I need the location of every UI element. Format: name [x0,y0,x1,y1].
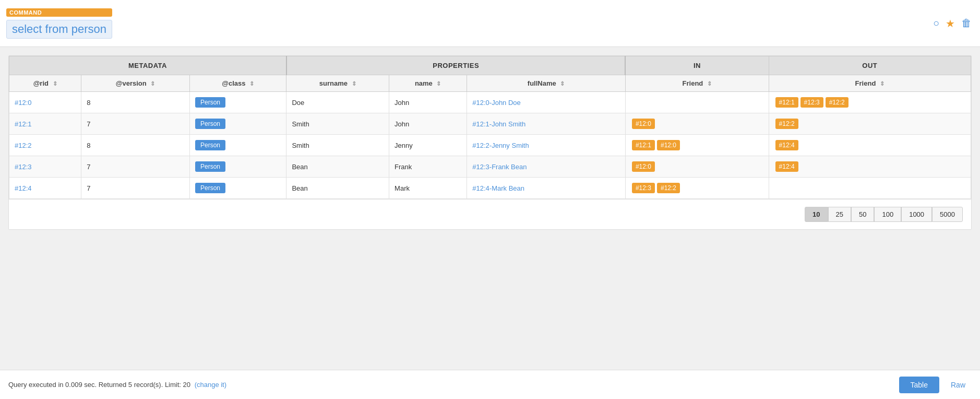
in-friends-cell [625,92,769,113]
table-row: #12:47PersonBeanMark#12:4-Mark Bean#12:3… [9,178,971,199]
in-friend-badge[interactable]: #12:0 [657,140,680,150]
sort-icon-out-friend: ⇕ [880,80,885,87]
col-in-friend[interactable]: Friend ⇕ [625,75,769,92]
surname-cell: Bean [286,178,389,199]
out-friends-cell [769,178,971,199]
out-friend-badge[interactable]: #12:3 [800,97,823,108]
version-cell: 8 [81,135,190,156]
class-cell: Person [189,156,286,178]
name-cell: Frank [389,156,467,178]
footer-bar: Query executed in 0.009 sec. Returned 5 … [0,370,980,399]
top-bar: COMMAND select from person ○ ★ 🗑 [0,0,980,47]
change-link[interactable]: (change it) [195,381,226,389]
rid-cell[interactable]: #12:1 [9,113,81,135]
in-friend-badge[interactable]: #12:1 [632,140,655,150]
col-out-friend[interactable]: Friend ⇕ [769,75,971,92]
trash-icon[interactable]: 🗑 [961,17,972,29]
out-friend-badge[interactable]: #12:2 [775,119,798,129]
sort-icon-name: ⇕ [436,80,441,87]
version-cell: 7 [81,178,190,199]
rid-cell[interactable]: #12:2 [9,135,81,156]
col-header-row: @rid ⇕ @version ⇕ @class ⇕ surname ⇕ [9,75,971,92]
table-view-button[interactable]: Table [899,377,939,393]
command-badge: COMMAND [6,8,112,17]
star-icon[interactable]: ★ [946,17,955,30]
rid-cell[interactable]: #12:0 [9,92,81,113]
col-class[interactable]: @class ⇕ [189,75,286,92]
circle-icon[interactable]: ○ [933,17,939,29]
person-badge: Person [195,140,225,150]
in-friends-cell: #12:0 [625,113,769,135]
in-friend-badge[interactable]: #12:0 [632,119,655,129]
table-row: #12:08PersonDoeJohn#12:0-John Doe#12:1#1… [9,92,971,113]
sort-icon-version: ⇕ [150,80,155,87]
col-fullname[interactable]: fullName ⇕ [467,75,626,92]
in-friend-badge[interactable]: #12:3 [632,183,655,193]
col-version[interactable]: @version ⇕ [81,75,190,92]
in-friends-cell: #12:1#12:0 [625,135,769,156]
out-friend-badge[interactable]: #12:4 [775,140,798,150]
col-rid[interactable]: @rid ⇕ [9,75,81,92]
version-cell: 8 [81,92,190,113]
pagination-row: 10255010010005000 [9,199,971,229]
version-cell: 7 [81,113,190,135]
surname-cell: Smith [286,113,389,135]
version-cell: 7 [81,156,190,178]
group-header-row: METADATA PROPERTIES IN OUT [9,56,971,75]
sort-icon-class: ⇕ [249,80,254,87]
table-row: #12:37PersonBeanFrank#12:3-Frank Bean#12… [9,156,971,178]
pagination-btn-25[interactable]: 25 [828,207,851,222]
pagination-btn-10[interactable]: 10 [805,207,828,222]
out-friends-cell: #12:4 [769,135,971,156]
name-cell: John [389,113,467,135]
col-surname[interactable]: surname ⇕ [286,75,389,92]
sort-icon-in-friend: ⇕ [707,80,712,87]
sort-icon-rid: ⇕ [53,80,57,87]
surname-cell: Doe [286,92,389,113]
sort-icon-surname: ⇕ [352,80,356,87]
table-row: #12:28PersonSmithJenny#12:2-Jenny Smith#… [9,135,971,156]
metadata-group-header: METADATA [9,56,286,75]
in-friend-badge[interactable]: #12:2 [657,183,680,193]
name-cell: Jenny [389,135,467,156]
rid-cell[interactable]: #12:3 [9,156,81,178]
top-bar-right: ○ ★ 🗑 [933,17,980,30]
fullname-cell[interactable]: #12:2-Jenny Smith [467,135,626,156]
person-badge: Person [195,183,225,193]
fullname-cell[interactable]: #12:3-Frank Bean [467,156,626,178]
out-group-header: OUT [769,56,971,75]
pagination-btn-5000[interactable]: 5000 [932,207,963,222]
person-badge: Person [195,119,225,129]
footer-status: Query executed in 0.009 sec. Returned 5 … [8,381,226,389]
pagination-btn-1000[interactable]: 1000 [901,207,932,222]
surname-cell: Bean [286,156,389,178]
col-name[interactable]: name ⇕ [389,75,467,92]
class-cell: Person [189,135,286,156]
class-cell: Person [189,92,286,113]
in-friend-badge[interactable]: #12:0 [632,161,655,172]
out-friend-badge[interactable]: #12:1 [775,97,798,108]
table-container: METADATA PROPERTIES IN OUT @rid ⇕ @versi… [8,55,972,230]
out-friend-badge[interactable]: #12:4 [775,161,798,172]
pagination-btn-50[interactable]: 50 [851,207,874,222]
fullname-cell[interactable]: #12:1-John Smith [467,113,626,135]
query-text: select from person [6,20,112,39]
main-content: METADATA PROPERTIES IN OUT @rid ⇕ @versi… [0,47,980,238]
pagination-buttons: 10255010010005000 [805,207,963,222]
properties-group-header: PROPERTIES [286,56,626,75]
pagination-btn-100[interactable]: 100 [874,207,901,222]
top-bar-left: COMMAND select from person [0,4,118,43]
person-badge: Person [195,161,225,172]
fullname-cell[interactable]: #12:0-John Doe [467,92,626,113]
sort-icon-fullname: ⇕ [560,80,565,87]
status-text: Query executed in 0.009 sec. Returned 5 … [8,381,190,389]
in-friends-cell: #12:3#12:2 [625,178,769,199]
class-cell: Person [189,113,286,135]
person-badge: Person [195,97,225,108]
raw-view-button[interactable]: Raw [945,377,972,393]
table-body: #12:08PersonDoeJohn#12:0-John Doe#12:1#1… [9,92,971,199]
fullname-cell[interactable]: #12:4-Mark Bean [467,178,626,199]
name-cell: John [389,92,467,113]
out-friend-badge[interactable]: #12:2 [826,97,848,108]
rid-cell[interactable]: #12:4 [9,178,81,199]
